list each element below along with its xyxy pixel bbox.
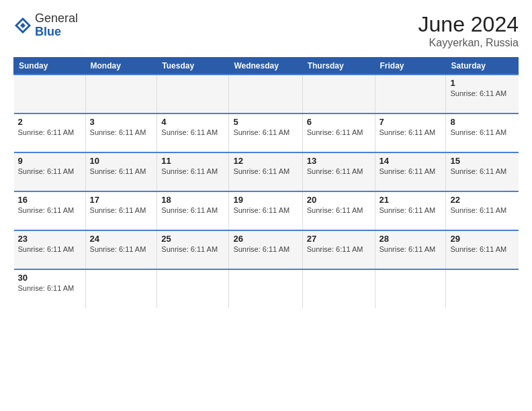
day-number: 14 [380, 156, 442, 166]
sunrise-time: Sunrise: 6:11 AM [161, 128, 218, 136]
sunrise-time: Sunrise: 6:11 AM [18, 128, 75, 136]
day-number: 4 [161, 117, 224, 127]
logo-icon [13, 16, 32, 35]
day-number: 7 [380, 117, 442, 127]
sunrise-time: Sunrise: 6:11 AM [90, 245, 146, 253]
title-block: June 2024 Kayyerkan, Russia [418, 12, 519, 49]
sunrise-time: Sunrise: 6:11 AM [307, 167, 363, 175]
calendar-day [85, 75, 157, 113]
calendar-day: 30Sunrise: 6:11 AM [14, 269, 86, 308]
calendar-day: 26Sunrise: 6:11 AM [229, 230, 302, 269]
calendar-day: 6Sunrise: 6:11 AM [302, 113, 375, 152]
calendar-day: 24Sunrise: 6:11 AM [85, 230, 157, 269]
calendar-day: 14Sunrise: 6:11 AM [375, 152, 446, 191]
location: Kayyerkan, Russia [418, 37, 519, 49]
day-number: 21 [380, 195, 442, 205]
sunrise-time: Sunrise: 6:11 AM [90, 167, 146, 175]
calendar-day: 5Sunrise: 6:11 AM [229, 113, 302, 152]
calendar-day: 7Sunrise: 6:11 AM [375, 113, 446, 152]
day-number: 19 [233, 195, 298, 205]
calendar-day [375, 269, 446, 308]
month-year: June 2024 [418, 12, 519, 37]
sunrise-time: Sunrise: 6:11 AM [307, 128, 363, 136]
day-number: 23 [18, 234, 81, 244]
calendar-day: 11Sunrise: 6:11 AM [157, 152, 229, 191]
day-number: 30 [18, 273, 81, 283]
calendar-day: 28Sunrise: 6:11 AM [375, 230, 446, 269]
calendar-day: 21Sunrise: 6:11 AM [375, 191, 446, 230]
col-saturday: Saturday [446, 58, 519, 75]
calendar-day: 2Sunrise: 6:11 AM [14, 113, 86, 152]
sunrise-time: Sunrise: 6:11 AM [450, 167, 506, 175]
calendar-day [157, 269, 229, 308]
day-number: 29 [450, 234, 514, 244]
calendar-day [375, 75, 446, 113]
page: General Blue June 2024 Kayyerkan, Russia… [0, 0, 532, 411]
day-number: 15 [450, 156, 514, 166]
calendar-day: 20Sunrise: 6:11 AM [302, 191, 375, 230]
sunrise-time: Sunrise: 6:11 AM [450, 206, 506, 214]
day-number: 20 [307, 195, 371, 205]
calendar-day: 23Sunrise: 6:11 AM [14, 230, 86, 269]
logo-blue: Blue [35, 26, 78, 39]
calendar-week-row: 16Sunrise: 6:11 AM17Sunrise: 6:11 AM18Su… [14, 191, 519, 230]
calendar-day: 10Sunrise: 6:11 AM [85, 152, 157, 191]
day-number: 10 [90, 156, 153, 166]
calendar-day: 29Sunrise: 6:11 AM [446, 230, 519, 269]
logo-general: General [35, 12, 78, 26]
sunrise-time: Sunrise: 6:11 AM [380, 245, 436, 253]
calendar-day: 25Sunrise: 6:11 AM [157, 230, 229, 269]
day-number: 11 [161, 156, 224, 166]
calendar-day [14, 75, 86, 113]
sunrise-time: Sunrise: 6:11 AM [18, 167, 75, 175]
day-number: 25 [161, 234, 224, 244]
day-number: 13 [307, 156, 371, 166]
calendar-day: 18Sunrise: 6:11 AM [157, 191, 229, 230]
sunrise-time: Sunrise: 6:11 AM [450, 89, 506, 97]
day-number: 26 [233, 234, 298, 244]
sunrise-time: Sunrise: 6:11 AM [380, 128, 436, 136]
day-number: 18 [161, 195, 224, 205]
col-sunday: Sunday [14, 58, 86, 75]
sunrise-time: Sunrise: 6:11 AM [233, 245, 290, 253]
calendar-header-row: Sunday Monday Tuesday Wednesday Thursday… [14, 58, 519, 75]
sunrise-time: Sunrise: 6:11 AM [450, 128, 506, 136]
sunrise-time: Sunrise: 6:11 AM [18, 206, 75, 214]
calendar-day: 8Sunrise: 6:11 AM [446, 113, 519, 152]
logo-text: General Blue [35, 12, 78, 39]
sunrise-time: Sunrise: 6:11 AM [90, 206, 146, 214]
day-number: 5 [233, 117, 298, 127]
calendar-week-row: 1Sunrise: 6:11 AM [14, 75, 519, 113]
day-number: 12 [233, 156, 298, 166]
sunrise-time: Sunrise: 6:11 AM [18, 284, 75, 292]
calendar-day [85, 269, 157, 308]
header: General Blue June 2024 Kayyerkan, Russia [13, 12, 519, 49]
calendar-day: 15Sunrise: 6:11 AM [446, 152, 519, 191]
calendar-day [229, 269, 302, 308]
col-wednesday: Wednesday [229, 58, 302, 75]
calendar-day [302, 269, 375, 308]
calendar-week-row: 23Sunrise: 6:11 AM24Sunrise: 6:11 AM25Su… [14, 230, 519, 269]
day-number: 8 [450, 117, 514, 127]
calendar-day: 4Sunrise: 6:11 AM [157, 113, 229, 152]
sunrise-time: Sunrise: 6:11 AM [450, 245, 506, 253]
calendar-day: 12Sunrise: 6:11 AM [229, 152, 302, 191]
calendar-day: 9Sunrise: 6:11 AM [14, 152, 86, 191]
col-monday: Monday [85, 58, 157, 75]
sunrise-time: Sunrise: 6:11 AM [161, 167, 218, 175]
calendar-day: 16Sunrise: 6:11 AM [14, 191, 86, 230]
calendar-week-row: 2Sunrise: 6:11 AM3Sunrise: 6:11 AM4Sunri… [14, 113, 519, 152]
calendar-week-row: 30Sunrise: 6:11 AM [14, 269, 519, 308]
calendar-day: 3Sunrise: 6:11 AM [85, 113, 157, 152]
day-number: 27 [307, 234, 371, 244]
day-number: 3 [90, 117, 153, 127]
sunrise-time: Sunrise: 6:11 AM [307, 206, 363, 214]
calendar-week-row: 9Sunrise: 6:11 AM10Sunrise: 6:11 AM11Sun… [14, 152, 519, 191]
calendar-day: 19Sunrise: 6:11 AM [229, 191, 302, 230]
sunrise-time: Sunrise: 6:11 AM [380, 206, 436, 214]
sunrise-time: Sunrise: 6:11 AM [380, 167, 436, 175]
calendar-day [446, 269, 519, 308]
day-number: 1 [450, 78, 514, 88]
sunrise-time: Sunrise: 6:11 AM [18, 245, 75, 253]
col-friday: Friday [375, 58, 446, 75]
